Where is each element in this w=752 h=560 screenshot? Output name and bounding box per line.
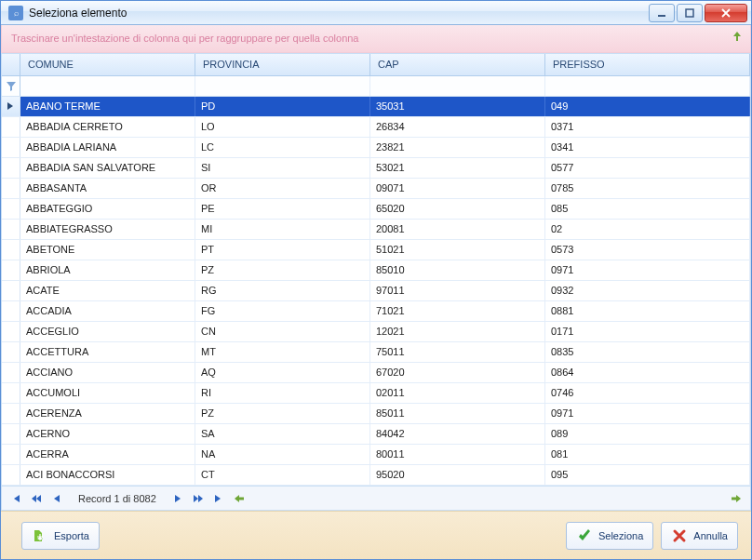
cell-provincia: PE — [195, 199, 370, 219]
row-indicator — [2, 97, 20, 116]
cell-comune: ACCEGLIO — [20, 322, 195, 341]
table-row[interactable]: ACERENZAPZ850110971 — [2, 404, 750, 424]
table-row[interactable]: ABBADIA LARIANALC238210341 — [2, 138, 750, 158]
cell-provincia: FG — [195, 301, 370, 321]
cell-provincia: SA — [195, 424, 370, 444]
cell-prefisso: 0864 — [545, 363, 750, 382]
cell-comune: ABRIOLA — [20, 260, 195, 280]
table-row[interactable]: ACERRANA80011081 — [2, 445, 750, 465]
cell-cap: 85010 — [370, 260, 545, 280]
row-indicator — [2, 445, 20, 464]
cell-cap: 97011 — [370, 281, 545, 300]
filter-prefisso[interactable] — [545, 76, 750, 96]
table-row[interactable]: ABANO TERMEPD35031049 — [2, 97, 750, 117]
table-row[interactable]: ABBADIA CERRETOLO268340371 — [2, 117, 750, 138]
row-indicator — [2, 465, 20, 485]
row-indicator — [2, 220, 20, 239]
annulla-label: Annulla — [693, 530, 728, 541]
window-title: Seleziona elemento — [29, 7, 649, 20]
expand-up-icon[interactable] — [732, 31, 745, 44]
data-grid: COMUNE PROVINCIA CAP PREFISSO ABANO TERM… — [1, 53, 751, 511]
column-header-comune[interactable]: COMUNE — [20, 54, 195, 75]
cell-prefisso: 0573 — [545, 240, 750, 260]
table-row[interactable]: ABBADIA SAN SALVATORESI530210577 — [2, 158, 750, 179]
cell-prefisso: 0835 — [545, 342, 750, 362]
table-row[interactable]: ACI BONACCORSICT95020095 — [2, 465, 750, 486]
close-button[interactable] — [705, 4, 747, 22]
cell-prefisso: 0971 — [545, 404, 750, 423]
pager-prev-page[interactable] — [28, 490, 45, 507]
pager-collapse-right-icon[interactable] — [728, 490, 745, 507]
row-indicator — [2, 281, 20, 300]
table-row[interactable]: ABRIOLAPZ850100971 — [2, 260, 750, 281]
seleziona-button[interactable]: Seleziona — [566, 522, 653, 550]
table-row[interactable]: ACCUMOLIRI020110746 — [2, 383, 750, 404]
table-row[interactable]: ACCADIAFG710210881 — [2, 301, 750, 322]
titlebar[interactable]: ⌕ Seleziona elemento — [1, 1, 751, 25]
cell-provincia: PD — [195, 97, 370, 116]
pager-next-page[interactable] — [190, 490, 207, 507]
table-row[interactable]: ACCIANOAQ670200864 — [2, 363, 750, 383]
cell-comune: ABBADIA CERRETO — [20, 117, 195, 137]
cell-cap: 09071 — [370, 179, 545, 198]
seleziona-label: Seleziona — [598, 530, 643, 541]
cell-prefisso: 081 — [545, 445, 750, 464]
row-indicator — [2, 240, 20, 260]
cell-cap: 02011 — [370, 383, 545, 403]
table-row[interactable]: ACERNOSA84042089 — [2, 424, 750, 445]
annulla-button[interactable]: Annulla — [661, 522, 738, 550]
filter-cap[interactable] — [370, 76, 545, 96]
cell-cap: 71021 — [370, 301, 545, 321]
content-area: Trascinare un'intestazione di colonna qu… — [1, 25, 751, 559]
pager-first[interactable] — [7, 490, 24, 507]
cell-comune: ABANO TERME — [20, 97, 195, 116]
maximize-button[interactable] — [677, 4, 703, 22]
row-indicator — [2, 138, 20, 157]
groupby-panel[interactable]: Trascinare un'intestazione di colonna qu… — [1, 25, 751, 53]
filter-comune[interactable] — [20, 76, 195, 96]
table-row[interactable]: ABBIATEGRASSOMI2008102 — [2, 220, 750, 240]
column-header-provincia[interactable]: PROVINCIA — [195, 54, 370, 75]
table-row[interactable]: ACATERG970110932 — [2, 281, 750, 301]
grid-pager: Record 1 di 8082 — [2, 486, 750, 510]
esporta-button[interactable]: Esporta — [21, 522, 100, 550]
grid-body[interactable]: ABANO TERMEPD35031049ABBADIA CERRETOLO26… — [2, 97, 750, 486]
column-header-cap[interactable]: CAP — [370, 54, 545, 75]
column-header-prefisso[interactable]: PREFISSO — [545, 54, 750, 75]
cell-cap: 75011 — [370, 342, 545, 362]
cell-provincia: AQ — [195, 363, 370, 382]
pager-last[interactable] — [210, 490, 227, 507]
table-row[interactable]: ABBATEGGIOPE65020085 — [2, 199, 750, 220]
table-row[interactable]: ACCETTURAMT750110835 — [2, 342, 750, 363]
table-row[interactable]: ACCEGLIOCN120210171 — [2, 322, 750, 342]
cell-cap: 23821 — [370, 138, 545, 157]
pager-prev[interactable] — [48, 490, 65, 507]
row-indicator — [2, 342, 20, 362]
cell-cap: 26834 — [370, 117, 545, 137]
cell-cap: 80011 — [370, 445, 545, 464]
cell-prefisso: 0371 — [545, 117, 750, 137]
cell-prefisso: 0577 — [545, 158, 750, 178]
row-indicator — [2, 199, 20, 219]
cell-prefisso: 0746 — [545, 383, 750, 403]
esporta-label: Esporta — [54, 530, 89, 541]
app-icon: ⌕ — [8, 6, 23, 20]
cell-prefisso: 0971 — [545, 260, 750, 280]
cell-provincia: PZ — [195, 260, 370, 280]
row-indicator — [2, 301, 20, 321]
grid-header: COMUNE PROVINCIA CAP PREFISSO — [2, 54, 750, 76]
pager-collapse-left-icon[interactable] — [231, 490, 248, 507]
cell-provincia: LO — [195, 117, 370, 137]
cell-provincia: RG — [195, 281, 370, 300]
cell-cap: 12021 — [370, 322, 545, 341]
table-row[interactable]: ABETONEPT510210573 — [2, 240, 750, 260]
filter-provincia[interactable] — [195, 76, 370, 96]
minimize-button[interactable] — [649, 4, 675, 22]
svg-rect-0 — [658, 15, 665, 17]
cell-provincia: OR — [195, 179, 370, 198]
cell-prefisso: 02 — [545, 220, 750, 239]
filter-icon[interactable] — [2, 76, 20, 96]
row-indicator — [2, 424, 20, 444]
pager-next[interactable] — [169, 490, 186, 507]
table-row[interactable]: ABBASANTAOR090710785 — [2, 179, 750, 199]
